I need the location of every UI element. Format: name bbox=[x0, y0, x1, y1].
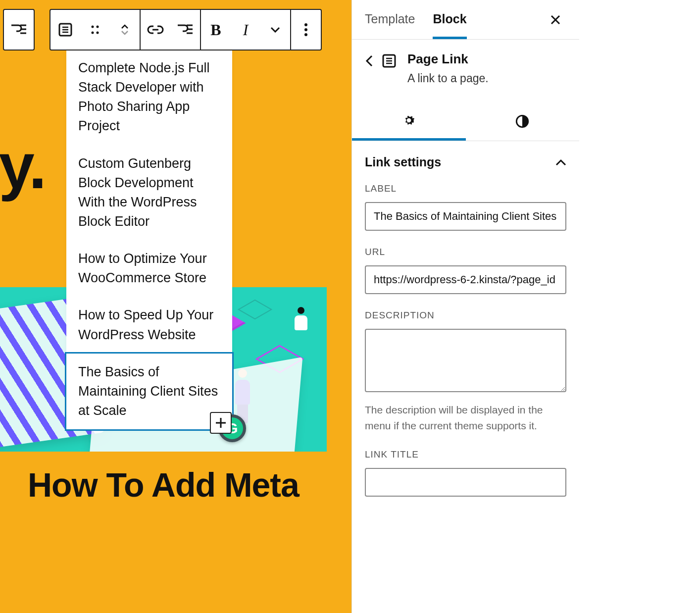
description-input[interactable] bbox=[365, 329, 566, 392]
svg-point-3 bbox=[92, 32, 94, 34]
block-inspector-tabs bbox=[352, 102, 579, 141]
sidebar-tabs: Template Block bbox=[352, 0, 579, 40]
nav-item[interactable]: Complete Node.js Full Stack Developer wi… bbox=[66, 50, 232, 145]
label-label: LABEL bbox=[365, 183, 566, 194]
chevron-up-icon bbox=[555, 159, 566, 166]
more-rich-text-button[interactable] bbox=[260, 10, 290, 50]
block-toolbar: B I bbox=[50, 9, 322, 51]
styles-tab[interactable] bbox=[466, 102, 580, 141]
label-input[interactable] bbox=[365, 202, 566, 231]
svg-point-4 bbox=[97, 32, 99, 34]
link-settings-toggle[interactable]: Link settings bbox=[365, 141, 566, 183]
block-description: A link to a page. bbox=[407, 72, 489, 85]
block-toolbar-submenu bbox=[3, 9, 35, 51]
description-help: The description will be displayed in the… bbox=[365, 402, 566, 433]
block-type-icon[interactable] bbox=[50, 10, 80, 50]
link-title-input[interactable] bbox=[365, 468, 566, 497]
settings-sidebar: Template Block Page Link A link to a pag… bbox=[351, 0, 579, 613]
post-heading[interactable]: How To Add Meta bbox=[28, 465, 299, 504]
tab-block[interactable]: Block bbox=[433, 0, 466, 39]
options-button[interactable] bbox=[291, 10, 321, 50]
nav-item-selected[interactable]: The Basics of Maintaining Client Sites a… bbox=[65, 352, 234, 431]
svg-point-2 bbox=[97, 26, 99, 28]
add-block-button[interactable] bbox=[210, 412, 232, 434]
background-text-fragment: hy. bbox=[0, 129, 46, 203]
add-submenu-icon[interactable] bbox=[170, 10, 200, 50]
nav-item-label: The Basics of Maintaining Client Sites a… bbox=[78, 364, 218, 418]
move-buttons[interactable] bbox=[110, 10, 140, 50]
settings-tab[interactable] bbox=[352, 102, 466, 141]
navigation-submenu: Complete Node.js Full Stack Developer wi… bbox=[66, 50, 232, 429]
block-back-button[interactable] bbox=[365, 54, 374, 68]
url-field: URL bbox=[365, 247, 566, 294]
nav-item[interactable]: How to Optimize Your WooCommerce Store bbox=[66, 240, 232, 297]
bold-button[interactable]: B bbox=[201, 10, 231, 50]
svg-point-7 bbox=[304, 33, 307, 36]
label-field: LABEL bbox=[365, 183, 566, 231]
drag-handle-icon[interactable] bbox=[80, 10, 110, 50]
page-link-icon bbox=[382, 53, 397, 68]
url-input[interactable] bbox=[365, 265, 566, 294]
description-label: DESCRIPTION bbox=[365, 310, 566, 321]
italic-button[interactable]: I bbox=[231, 10, 260, 50]
link-icon[interactable] bbox=[141, 10, 170, 50]
svg-point-1 bbox=[92, 26, 94, 28]
link-title-label: LINK TITLE bbox=[365, 449, 566, 460]
editor-canvas: hy. How To Add Meta B bbox=[0, 0, 351, 613]
add-submenu-button[interactable] bbox=[4, 10, 34, 50]
nav-item[interactable]: Custom Gutenberg Block Development With … bbox=[66, 145, 232, 241]
nav-item[interactable]: How to Speed Up Your WordPress Website bbox=[66, 297, 232, 353]
svg-point-5 bbox=[304, 23, 307, 26]
description-field: DESCRIPTION The description will be disp… bbox=[365, 310, 566, 433]
tab-template[interactable]: Template bbox=[365, 0, 415, 39]
link-title-field: LINK TITLE bbox=[365, 449, 566, 497]
close-sidebar-button[interactable] bbox=[545, 9, 566, 31]
block-card: Page Link A link to a page. bbox=[352, 40, 579, 102]
url-label: URL bbox=[365, 247, 566, 257]
link-settings-heading: Link settings bbox=[365, 155, 441, 169]
block-title: Page Link bbox=[407, 51, 489, 67]
link-settings-panel: Link settings LABEL URL DESCRIPTION The … bbox=[352, 141, 579, 512]
svg-point-6 bbox=[304, 28, 307, 31]
